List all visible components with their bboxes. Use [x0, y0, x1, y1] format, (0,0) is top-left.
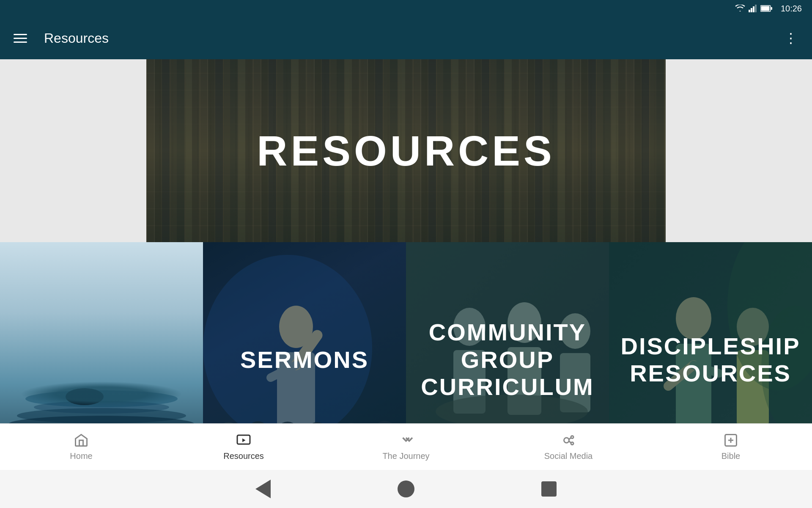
svg-point-13 — [66, 388, 104, 405]
signal-icon — [749, 5, 757, 12]
card-community-label: COMMUNITYGROUPCURRICULUM — [412, 310, 603, 409]
nav-item-journey[interactable]: The Journey — [325, 424, 487, 470]
status-icons: 10:26 — [735, 4, 802, 14]
hero-banner: RESOURCES — [146, 59, 666, 242]
nav-label-journey: The Journey — [382, 451, 429, 461]
hamburger-menu[interactable] — [14, 34, 27, 43]
nav-label-bible: Bible — [721, 451, 740, 461]
home-circle-icon — [398, 480, 414, 497]
svg-point-48 — [571, 442, 573, 445]
social-icon — [561, 433, 576, 448]
nav-item-social[interactable]: Social Media — [487, 424, 650, 470]
side-panel-right — [666, 59, 812, 242]
svg-rect-3 — [755, 5, 757, 12]
sys-home-button[interactable] — [398, 480, 414, 497]
recents-square-icon — [541, 481, 557, 497]
nav-label-social: Social Media — [544, 451, 593, 461]
svg-point-46 — [564, 438, 569, 443]
nav-item-bible[interactable]: Bible — [650, 424, 812, 470]
svg-marker-45 — [242, 439, 246, 442]
status-bar: 10:26 — [0, 0, 812, 17]
card-discipleship-label: DISCIPLESHIPRESOURCES — [612, 324, 809, 396]
nav-item-home[interactable]: Home — [0, 424, 162, 470]
svg-rect-2 — [753, 6, 754, 12]
page-title: Resources — [44, 30, 784, 46]
home-icon — [74, 433, 89, 448]
svg-rect-1 — [751, 8, 752, 12]
card-sermons-label: SERMONS — [232, 338, 377, 382]
svg-point-47 — [571, 436, 573, 439]
side-panel-left — [0, 59, 146, 242]
svg-line-49 — [569, 438, 571, 439]
svg-rect-6 — [771, 7, 772, 10]
back-triangle-icon — [255, 480, 271, 498]
nav-item-resources[interactable]: Resources — [162, 424, 325, 470]
nav-label-home: Home — [70, 451, 92, 461]
status-time: 10:26 — [781, 4, 802, 14]
sys-nav — [0, 470, 812, 508]
resources-icon — [236, 433, 251, 448]
svg-line-50 — [569, 441, 571, 443]
battery-icon — [760, 5, 772, 12]
wifi-icon — [735, 5, 745, 12]
svg-rect-0 — [749, 10, 750, 12]
overflow-menu[interactable]: ⋮ — [784, 30, 798, 46]
hero-title: RESOURCES — [257, 127, 555, 175]
bible-icon — [723, 433, 738, 448]
journey-icon — [398, 433, 414, 448]
svg-rect-5 — [761, 6, 769, 11]
sys-recents-button[interactable] — [541, 481, 557, 497]
app-bar: Resources ⋮ — [0, 17, 812, 59]
bottom-nav: Home Resources The Journey Social Media — [0, 423, 812, 470]
nav-label-resources: Resources — [223, 451, 264, 461]
sys-back-button[interactable] — [255, 480, 271, 498]
